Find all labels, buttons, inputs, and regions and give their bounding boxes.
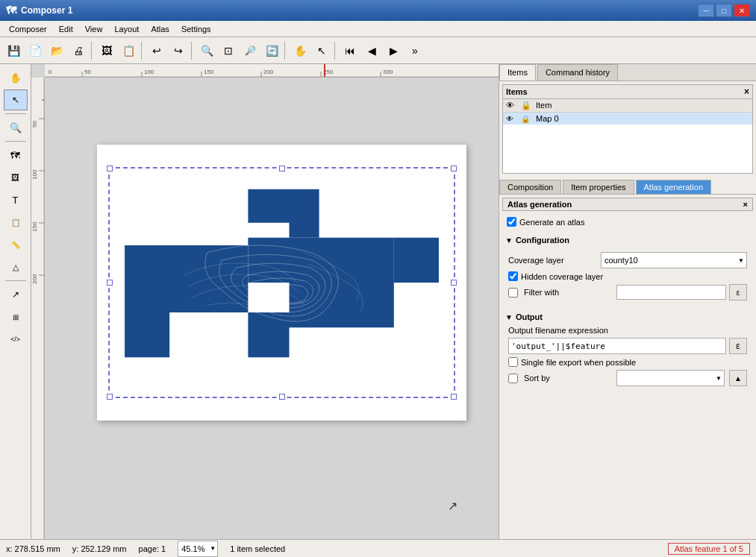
atlas-first-button[interactable]: ⏮ [340, 40, 360, 61]
window-controls: ─ □ ✕ [698, 4, 750, 17]
items-close-button[interactable]: × [744, 86, 749, 97]
handle-tr[interactable] [451, 166, 457, 171]
menu-layout[interactable]: Layout [108, 23, 145, 35]
add-arrow-button[interactable]: ↗ [4, 284, 28, 305]
svg-text:50: 50 [84, 69, 91, 75]
filename-expr-input[interactable] [508, 338, 726, 354]
svg-text:150: 150 [31, 221, 38, 232]
zoom-fit-button[interactable]: ⊡ [218, 40, 239, 61]
right-panel: Items Command history Items × 👁 🔒 Item 👁… [499, 64, 756, 539]
filter-with-expr-button[interactable]: ε [729, 284, 747, 300]
filename-expr-button[interactable]: ε [729, 338, 747, 354]
atlas-next-button[interactable]: ▶ [383, 40, 404, 61]
map-frame[interactable] [108, 167, 455, 398]
add-scalebar-button[interactable]: 📏 [4, 234, 28, 255]
ruler-top: 0 50 100 150 200 250 300 [45, 64, 499, 78]
maximize-button[interactable]: □ [716, 4, 732, 17]
hidden-coverage-checkbox[interactable] [508, 271, 518, 281]
visibility-col-header: 👁 [506, 101, 521, 110]
output-section-header[interactable]: ▼ Output [502, 311, 753, 323]
generate-atlas-checkbox[interactable] [507, 217, 516, 227]
filter-with-checkbox[interactable] [508, 288, 518, 298]
zoom-out-button[interactable]: 🔎 [240, 40, 260, 61]
close-button[interactable]: ✕ [734, 4, 750, 17]
sort-by-select[interactable] [616, 370, 725, 386]
atlas-prev-button[interactable]: ◀ [361, 40, 382, 61]
menu-composer[interactable]: Composer [3, 23, 53, 35]
redo-button[interactable]: ↪ [168, 40, 189, 61]
svg-text:0: 0 [49, 69, 52, 75]
handle-mr[interactable] [451, 280, 457, 286]
handle-bm[interactable] [279, 394, 285, 400]
tab-command-history[interactable]: Command history [537, 64, 618, 81]
items-subpanel: Items × 👁 🔒 Item 👁 🔒 Map 0 [502, 84, 753, 174]
add-map-button[interactable]: 🗺 [4, 145, 28, 166]
single-file-label: Single file export when possible [521, 358, 636, 367]
sort-by-order-button[interactable]: ▲ [729, 370, 747, 386]
tab-item-properties[interactable]: Item properties [563, 180, 634, 194]
refresh-button[interactable]: 🔄 [261, 40, 282, 61]
select-button[interactable]: ↖ [311, 40, 332, 61]
single-file-checkbox[interactable] [508, 357, 518, 367]
handle-ml[interactable] [107, 280, 113, 286]
pan-tool-button[interactable]: ✋ [4, 67, 28, 88]
pan-button[interactable]: ✋ [290, 40, 310, 61]
tab-atlas-generation[interactable]: Atlas generation [636, 180, 712, 194]
canvas-area[interactable]: 0 50 100 150 200 250 300 50 [31, 64, 499, 539]
ruler-left-svg: 50 100 150 200 [31, 78, 45, 539]
title-bar: 🗺 Composer 1 ─ □ ✕ [0, 0, 756, 21]
hidden-coverage-row: Hidden coverage layer [508, 271, 747, 281]
coverage-layer-select[interactable]: county10 [601, 252, 747, 268]
add-html-button[interactable]: </> [4, 329, 28, 350]
menu-settings[interactable]: Settings [175, 23, 217, 35]
open-button[interactable]: 📂 [46, 40, 67, 61]
atlas-panel-close-button[interactable]: × [743, 200, 748, 209]
save-button[interactable]: 💾 [3, 40, 24, 61]
coverage-layer-label: Coverage layer [508, 256, 598, 265]
menu-atlas[interactable]: Atlas [145, 23, 175, 35]
zoom-tool-button[interactable]: 🔍 [4, 117, 28, 138]
generate-atlas-label: Generate an atlas [519, 218, 584, 227]
item-name: Map 0 [536, 114, 749, 123]
handle-tm[interactable] [279, 166, 285, 171]
coverage-layer-select-wrapper: county10 [601, 252, 747, 268]
atlas-generation-panel: Atlas generation × Generate an atlas ▼ C… [499, 195, 756, 539]
canvas-content[interactable]: ↗ [45, 78, 499, 539]
add-label-button[interactable]: T [4, 189, 28, 210]
filter-with-input[interactable] [616, 285, 726, 300]
cursor: ↗ [448, 499, 457, 513]
menu-edit[interactable]: Edit [53, 23, 79, 35]
filter-with-label: Filter with [524, 288, 613, 297]
add-shape-button[interactable]: △ [4, 257, 28, 277]
add-image-button[interactable]: 🖼 [4, 167, 28, 188]
zoom-select[interactable]: 45.1% 25% 50% 75% 100% [178, 541, 217, 556]
status-x-coord: x: 278.515 mm [6, 544, 60, 553]
add-legend-button[interactable]: 📋 [4, 212, 28, 233]
lock-icon[interactable]: 🔒 [521, 115, 536, 123]
export-pdf-button[interactable]: 📋 [118, 40, 139, 61]
minimize-button[interactable]: ─ [698, 4, 714, 17]
add-table-button[interactable]: ⊞ [4, 306, 28, 327]
toolbar-more[interactable]: » [404, 40, 425, 61]
undo-button[interactable]: ↩ [146, 40, 167, 61]
eye-icon[interactable]: 👁 [506, 115, 521, 123]
toolbar-sep-5 [334, 42, 337, 60]
print-button[interactable]: 🖨 [68, 40, 89, 61]
new-button[interactable]: 📄 [25, 40, 46, 61]
export-image-button[interactable]: 🖼 [96, 40, 117, 61]
atlas-panel-header: Atlas generation × [502, 198, 753, 211]
handle-bl[interactable] [107, 394, 113, 400]
sort-by-checkbox[interactable] [508, 374, 518, 383]
tab-composition[interactable]: Composition [499, 180, 561, 194]
tab-items[interactable]: Items [499, 64, 536, 81]
select-tool-button[interactable]: ↖ [4, 89, 28, 110]
configuration-section-header[interactable]: ▼ Configuration [502, 234, 753, 246]
handle-br[interactable] [451, 394, 457, 400]
zoom-in-button[interactable]: 🔍 [196, 40, 217, 61]
table-row[interactable]: 👁 🔒 Map 0 [503, 113, 752, 125]
handle-tl[interactable] [107, 166, 113, 171]
configuration-body: Coverage layer county10 Hidden coverage … [502, 246, 753, 306]
lock-col-header: 🔒 [521, 101, 536, 110]
menu-view[interactable]: View [79, 23, 109, 35]
main-layout: ✋ ↖ 🔍 🗺 🖼 T 📋 📏 △ ↗ ⊞ </> 0 50 100 [0, 64, 756, 539]
